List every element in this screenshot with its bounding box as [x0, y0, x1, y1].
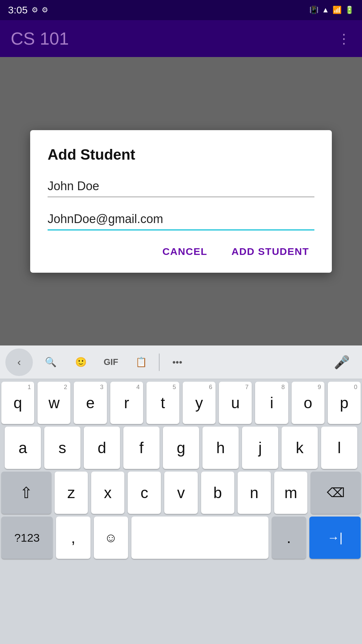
- wifi-icon: ▲: [322, 6, 329, 14]
- status-icons: ⚙ ⚙: [32, 6, 48, 14]
- key-z[interactable]: z: [55, 472, 88, 514]
- key-period[interactable]: .: [272, 517, 306, 559]
- cancel-button[interactable]: CANCEL: [157, 243, 213, 261]
- key-r[interactable]: r4: [110, 382, 143, 424]
- settings-icon-2: ⚙: [42, 6, 48, 14]
- keyboard-more-button[interactable]: •••: [162, 351, 192, 374]
- space-key[interactable]: [131, 517, 268, 559]
- key-s[interactable]: s: [44, 427, 80, 469]
- key-d[interactable]: d: [84, 427, 120, 469]
- shift-key[interactable]: ⇧: [1, 472, 51, 514]
- key-q[interactable]: q1: [1, 382, 34, 424]
- key-i[interactable]: i8: [255, 382, 288, 424]
- backspace-key[interactable]: ⌫: [311, 472, 361, 514]
- toolbar-separator: [159, 354, 160, 371]
- key-y[interactable]: y6: [183, 382, 216, 424]
- dialog-title: Add Student: [48, 146, 314, 163]
- keyboard: ‹ 🔍 🙂 GIF 📋 ••• 🎤 q1 w2 e3 r4 t5 y6 u7 i…: [0, 345, 362, 644]
- keyboard-gif-button[interactable]: GIF: [96, 351, 126, 374]
- keyboard-clipboard-button[interactable]: 📋: [126, 351, 156, 374]
- status-left: 3:05 ⚙ ⚙: [8, 4, 48, 16]
- key-row-4: ?123 , ☺ . →|: [1, 517, 361, 559]
- key-p[interactable]: p0: [328, 382, 361, 424]
- keyboard-mic-button[interactable]: 🎤: [326, 351, 357, 374]
- key-a[interactable]: a: [5, 427, 41, 469]
- key-n[interactable]: n: [238, 472, 271, 514]
- key-j[interactable]: j: [242, 427, 278, 469]
- key-t[interactable]: t5: [146, 382, 179, 424]
- enter-key[interactable]: →|: [309, 517, 361, 559]
- key-w[interactable]: w2: [38, 382, 70, 424]
- emoji-key[interactable]: ☺: [94, 517, 128, 559]
- app-title: CS 101: [11, 29, 69, 49]
- battery-icon: 🔋: [345, 6, 354, 14]
- key-b[interactable]: b: [201, 472, 234, 514]
- more-options-icon[interactable]: ⋮: [337, 31, 351, 46]
- signal-icon: 📶: [333, 6, 342, 14]
- add-student-button[interactable]: ADD STUDENT: [226, 243, 315, 261]
- symbols-key[interactable]: ?123: [1, 517, 53, 559]
- add-student-dialog: Add Student CANCEL ADD STUDENT: [30, 130, 332, 273]
- key-e[interactable]: e3: [74, 382, 107, 424]
- key-row-3: ⇧ z x c v b n m ⌫: [1, 472, 361, 514]
- app-bar: CS 101 ⋮: [0, 20, 362, 57]
- keyboard-back-button[interactable]: ‹: [5, 348, 33, 376]
- vibrate-icon: 📳: [309, 6, 318, 14]
- content-area: Add Student CANCEL ADD STUDENT: [0, 57, 362, 345]
- key-comma[interactable]: ,: [56, 517, 90, 559]
- key-k[interactable]: k: [282, 427, 318, 469]
- keyboard-search-button[interactable]: 🔍: [36, 351, 66, 374]
- student-name-input[interactable]: [48, 176, 314, 197]
- key-c[interactable]: c: [128, 472, 161, 514]
- key-v[interactable]: v: [164, 472, 197, 514]
- keyboard-sticker-button[interactable]: 🙂: [66, 351, 96, 374]
- key-f[interactable]: f: [123, 427, 160, 469]
- key-u[interactable]: u7: [219, 382, 252, 424]
- key-row-1: q1 w2 e3 r4 t5 y6 u7 i8 o9 p0: [1, 382, 361, 424]
- status-time: 3:05: [8, 4, 27, 16]
- status-bar: 3:05 ⚙ ⚙ 📳 ▲ 📶 🔋: [0, 0, 362, 20]
- keyboard-toolbar: ‹ 🔍 🙂 GIF 📋 ••• 🎤: [0, 345, 362, 379]
- key-row-2: a s d f g h j k l: [1, 427, 361, 469]
- key-l[interactable]: l: [321, 427, 357, 469]
- dialog-actions: CANCEL ADD STUDENT: [48, 243, 314, 261]
- keyboard-rows: q1 w2 e3 r4 t5 y6 u7 i8 o9 p0 a s d f g …: [0, 379, 362, 644]
- settings-icon-1: ⚙: [32, 6, 38, 14]
- key-h[interactable]: h: [202, 427, 239, 469]
- key-g[interactable]: g: [163, 427, 199, 469]
- key-m[interactable]: m: [274, 472, 307, 514]
- key-x[interactable]: x: [91, 472, 124, 514]
- status-right: 📳 ▲ 📶 🔋: [309, 6, 354, 14]
- student-email-input[interactable]: [48, 209, 314, 230]
- key-o[interactable]: o9: [292, 382, 324, 424]
